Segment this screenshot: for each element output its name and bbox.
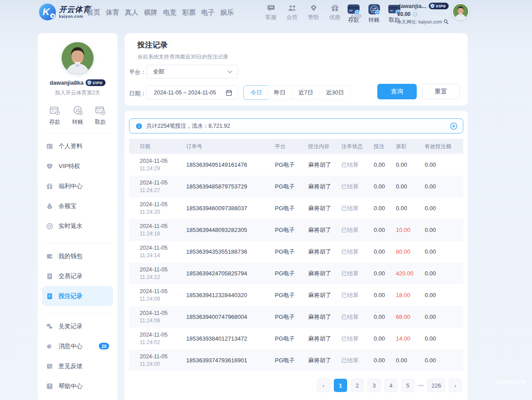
cell-status: 已结算 [341,226,374,234]
table-row: 2024-11-05 11:24:09 1853639412328440320 … [129,284,463,306]
cell-bet-amount: 0.00 [374,205,396,212]
nav-link-7[interactable]: 娱乐 [220,8,234,17]
cell-bet-amount: 0.00 [374,335,396,342]
column-header: 投注 [374,143,396,150]
cell-platform: PG电子 [275,357,308,365]
quick-action[interactable]: 存款 [48,104,61,126]
brand-logo[interactable]: K 开云体育 kaiyun.com [39,4,91,20]
search-icon[interactable] [443,19,449,24]
sidebar-profile: dawanjia8ka VIP0 加入开云体育第2天 存款 转账 取款 [38,42,117,126]
cell-status: 已结算 [341,313,374,321]
expand-plus-icon[interactable] [450,122,458,130]
cell-bet-amount: 0.00 [374,314,396,320]
rebate-icon [46,223,53,230]
pagination-page-button[interactable]: 1 [334,379,347,392]
page-title: 投注记录 [137,40,168,50]
nav-link-3[interactable]: 棋牌 [144,8,157,17]
cell-bet-content: 麻将胡了 [308,248,341,256]
cell-payout: 0.00 [396,205,425,212]
cell-payout: 14.00 [396,335,425,342]
sidebar-menu-item[interactable]: 意见反馈 [42,356,113,376]
cell-valid-amount: 0.00 [425,357,460,364]
column-header: 订单号 [186,143,275,150]
cell-order-no: 1853639435355188736 [186,248,275,255]
pagination-page-button[interactable]: 4 [384,379,398,392]
cell-bet-content: 麻将胡了 [308,204,341,212]
top-navbar: K 开云体育 kaiyun.com 首页体育真人棋牌电竞彩票电子娱乐 客服 合营… [0,0,532,25]
sidebar-menu-item[interactable]: 福利中心 [42,176,113,196]
pagination-page-button[interactable]: 3 [368,379,381,392]
sidebar-menu-item[interactable]: 实时返水 [42,216,113,236]
quick-range-group: 昨日近7日近30日 [267,85,351,100]
table-row: 2024-11-05 11:24:29 1853639495149161476 … [129,154,463,176]
nav-link-6[interactable]: 电子 [201,8,215,17]
pagination-page-button[interactable]: 2 [351,379,364,392]
refresh-balance-icon[interactable] [412,12,418,17]
quick-range-button[interactable]: 昨日 [268,86,292,99]
navbar-user-info[interactable]: dawanjia... VIP0 ¥0.00 永久网址: kaiyun.com [397,3,449,24]
reset-button[interactable]: 重置 [422,84,460,99]
deposit-icon [347,4,360,15]
platform-select[interactable]: 全部 [146,65,238,78]
sidebar-menu-item[interactable]: VIP特权 [42,156,113,176]
cell-date: 2024-11-05 [140,180,186,186]
nav-link-0[interactable]: 首页 [87,8,100,17]
cell-time: 11:24:14 [140,252,186,259]
welfare-icon [46,183,53,190]
logo-letter: K [43,6,50,18]
quick-range-button[interactable]: 近30日 [319,86,350,99]
nav-link-1[interactable]: 体育 [106,8,119,17]
cell-order-no: 1853639400747968004 [186,314,275,320]
table-row: 2024-11-05 11:24:02 1853639384012713472 … [129,328,463,349]
watermark: shequ.me [495,378,526,385]
date-range-input[interactable]: 2024-11-05 ~ 2024-11-05 [146,86,238,100]
navbar-utility-item[interactable]: 客服 [262,4,279,21]
sidebar-menu-item[interactable]: 交易记录 [42,266,113,286]
pagination-last-page-button[interactable]: 226 [427,379,445,392]
cell-date: 2024-11-05 [140,332,186,338]
avatar[interactable] [62,42,94,74]
cell-time: 11:24:09 [140,296,186,302]
pagination-prev-button[interactable]: ‹ [317,379,330,392]
calendar-icon [226,90,232,96]
avatar[interactable] [452,3,469,20]
cell-order-no: 1853639384012713472 [186,335,275,342]
sidebar-menu-item[interactable]: 个人资料 [42,136,113,156]
sidebar-menu-item[interactable]: 投注记录 [42,286,113,306]
table-row: 2024-11-05 11:24:27 1853639485879753729 … [129,176,463,197]
nav-link-5[interactable]: 彩票 [182,8,196,17]
divider [45,243,110,243]
sidebar-menu-item[interactable]: 余额宝 [42,196,113,216]
sidebar-menu-item[interactable]: 消息中心 20 [42,336,113,356]
cell-time: 11:24:02 [140,339,186,345]
sidebar-menu-item[interactable]: 帮助中心 [42,376,113,396]
navbar-wallet-item[interactable]: 转账 [366,4,382,24]
cell-order-no: 1853639460097388037 [186,205,275,212]
transaction-icon [46,273,53,280]
navbar-wallet-item[interactable]: 存款 [345,4,362,24]
quick-action[interactable]: 取款 [94,104,107,126]
quick-range-today-button[interactable]: 今日 [243,85,269,100]
help-icon [46,383,53,390]
navbar-utility-item[interactable]: 合营 [284,4,301,21]
nav-link-4[interactable]: 电竞 [163,8,176,17]
cell-order-no: 1853639495149161476 [186,161,275,168]
navbar-utility-item[interactable]: 赞助 [305,4,322,21]
table-row: 2024-11-05 11:24:06 1853639400747968004 … [129,306,463,328]
pagination-next-button[interactable]: › [449,379,462,392]
cell-platform: PG电子 [275,204,308,212]
quick-range-button[interactable]: 近7日 [292,86,319,99]
navbar-utility-item[interactable]: 优惠 [326,4,343,21]
sidebar-menu-item[interactable]: 兑奖记录 [42,316,113,336]
cell-status: 已结算 [341,270,374,278]
summary-text: 共计2254笔投注，流水：8,721.92 [146,122,230,130]
nav-link-2[interactable]: 真人 [125,8,138,17]
sidebar-menu-item[interactable]: 我的钱包 [42,246,113,266]
pagination-page-button[interactable]: 5 [401,379,415,392]
pagination: ‹12345•••226› [129,379,463,392]
quick-action[interactable]: 转账 [71,104,84,126]
search-button[interactable]: 查询 [377,84,417,99]
cell-platform: PG电子 [275,270,308,278]
cell-order-no: 1853639485879753729 [186,183,275,190]
balance-amount: ¥0.00 [397,12,411,17]
